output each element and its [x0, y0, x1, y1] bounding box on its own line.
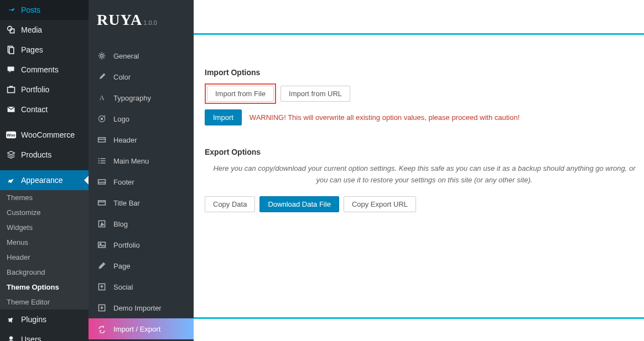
theme-tab-label: Color	[113, 73, 131, 81]
sidebar-item-comments[interactable]: Comments	[0, 60, 89, 80]
media-icon	[6, 24, 17, 35]
svg-rect-19	[101, 160, 106, 161]
contact-icon	[6, 104, 17, 115]
import-title: Import Options	[205, 68, 644, 77]
sidebar-item-users[interactable]: Users	[0, 329, 89, 341]
users-icon	[6, 334, 17, 341]
sidebar-item-pages[interactable]: Pages	[0, 40, 89, 60]
sidebar-item-label: Plugins	[21, 315, 46, 324]
submenu-item-customize[interactable]: Customize	[0, 205, 89, 220]
theme-tab-logo[interactable]: Logo	[89, 108, 194, 129]
theme-tab-label: Title Bar	[113, 199, 140, 207]
copy-export-url-button[interactable]: Copy Export URL	[344, 196, 416, 212]
theme-tab-social[interactable]: Social	[89, 276, 194, 297]
sidebar-item-label: Users	[21, 335, 41, 341]
theme-tab-footer[interactable]: Footer	[89, 171, 194, 192]
theme-tab-blog[interactable]: Blog	[89, 213, 194, 234]
theme-tab-main-menu[interactable]: Main Menu	[89, 150, 194, 171]
sidebar-item-products[interactable]: Products	[0, 145, 89, 165]
theme-tab-header[interactable]: Header	[89, 129, 194, 150]
download-data-file-button[interactable]: Download Data File	[259, 196, 339, 212]
download-icon	[97, 303, 107, 313]
import-button[interactable]: Import	[205, 109, 242, 125]
svg-rect-21	[101, 162, 106, 164]
theme-version: 1.0.0	[143, 19, 157, 26]
bottom-divider	[194, 317, 644, 319]
theme-tab-page[interactable]: Page	[89, 255, 194, 276]
theme-tab-label: Page	[113, 262, 130, 270]
sidebar-item-contact[interactable]: Contact	[0, 99, 89, 119]
theme-tab-demo-importer[interactable]: Demo Importer	[89, 297, 194, 318]
woo-icon: Woo	[6, 129, 17, 140]
svg-rect-3	[9, 48, 14, 54]
theme-tab-label: Typography	[113, 94, 151, 102]
import-from-file-button[interactable]: Import from File	[207, 86, 274, 102]
theme-tab-label: Main Menu	[113, 157, 149, 165]
import-section: Import Options Import from File Import f…	[205, 68, 644, 125]
theme-tab-label: Blog	[113, 220, 128, 228]
submenu-item-header[interactable]: Header	[0, 250, 89, 265]
sidebar-item-label: WooCommerce	[21, 130, 75, 139]
sidebar-item-plugins[interactable]: Plugins	[0, 309, 89, 329]
svg-rect-4	[8, 66, 14, 71]
sidebar-item-woocommerce[interactable]: Woo WooCommerce	[0, 125, 89, 145]
import-from-url-button[interactable]: Import from URL	[281, 86, 350, 102]
separator	[0, 165, 89, 170]
export-section: Export Options Here you can copy/downloa…	[205, 148, 644, 212]
sidebar-item-media[interactable]: Media	[0, 20, 89, 40]
svg-rect-16	[98, 158, 100, 159]
svg-rect-17	[101, 158, 106, 159]
theme-tab-color[interactable]: Color	[89, 66, 194, 87]
submenu-item-theme-editor[interactable]: Theme Editor	[0, 295, 89, 309]
font-icon: A	[97, 93, 107, 103]
submenu-item-menus[interactable]: Menus	[0, 235, 89, 250]
submenu-item-widgets[interactable]: Widgets	[0, 220, 89, 235]
submenu-item-theme-options[interactable]: Theme Options	[0, 280, 89, 295]
sidebar-item-portfolio[interactable]: Portfolio	[0, 80, 89, 99]
list-icon	[97, 156, 107, 166]
sidebar-item-label: Products	[21, 150, 51, 159]
submenu-item-themes[interactable]: Themes	[0, 190, 89, 205]
separator	[0, 119, 89, 125]
sidebar-item-label: Contact	[21, 105, 48, 114]
export-title: Export Options	[205, 148, 644, 156]
svg-rect-20	[98, 162, 100, 164]
svg-rect-18	[98, 160, 100, 161]
pencil-icon	[97, 219, 107, 229]
theme-logo: RUYA1.0.0	[89, 0, 194, 45]
pen-icon	[97, 261, 107, 271]
theme-tab-portfolio[interactable]: Portfolio	[89, 234, 194, 255]
appearance-icon	[6, 175, 17, 186]
theme-tab-general[interactable]: General	[89, 45, 194, 66]
svg-point-10	[101, 55, 103, 57]
theme-tab-import-export[interactable]: Import / Export	[89, 318, 194, 339]
card-icon	[97, 198, 107, 208]
card-icon	[97, 135, 107, 145]
main-content: Import Options Import from File Import f…	[194, 0, 644, 341]
theme-tab-label: Header	[113, 136, 137, 144]
submenu-item-background[interactable]: Background	[0, 265, 89, 280]
svg-text:Woo: Woo	[7, 133, 15, 138]
sidebar-item-label: Comments	[21, 65, 59, 74]
plugins-icon	[6, 314, 17, 325]
sidebar-item-posts[interactable]: Posts	[0, 0, 89, 20]
svg-rect-24	[98, 201, 106, 205]
theme-tab-typography[interactable]: A Typography	[89, 87, 194, 108]
image-icon	[97, 240, 107, 250]
brush-icon	[97, 72, 107, 82]
import-method-row: Import from File Import from URL	[205, 83, 644, 104]
svg-rect-5	[8, 87, 15, 93]
copy-data-button[interactable]: Copy Data	[205, 196, 255, 212]
import-warning: WARNING! This will overwrite all existin…	[250, 113, 520, 122]
theme-tab-label: Demo Importer	[113, 304, 162, 312]
target-icon	[97, 114, 107, 124]
theme-tab-label: General	[113, 52, 139, 60]
comments-icon	[6, 64, 17, 75]
theme-tab-label: Logo	[113, 115, 129, 123]
portfolio-icon	[6, 84, 17, 95]
sidebar-item-label: Portfolio	[21, 85, 49, 94]
sidebar-item-appearance[interactable]: Appearance	[0, 170, 89, 190]
theme-tab-title-bar[interactable]: Title Bar	[89, 192, 194, 213]
theme-tab-label: Portfolio	[113, 241, 140, 249]
gear-icon	[97, 51, 107, 61]
